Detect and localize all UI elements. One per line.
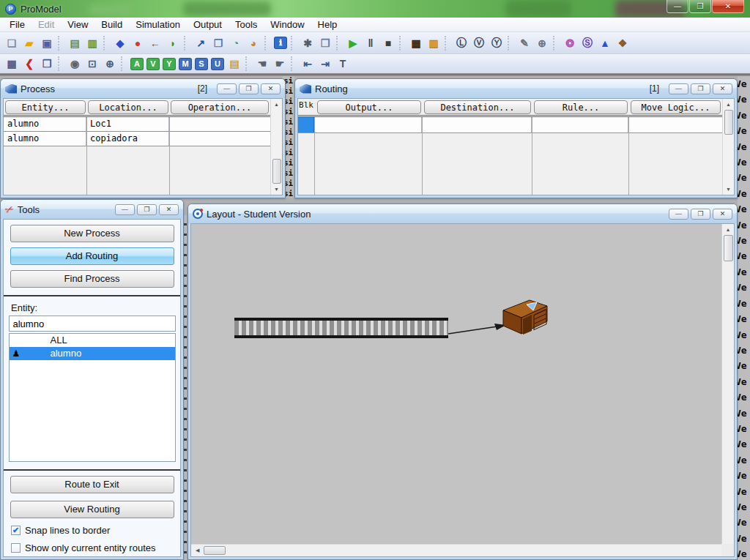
move-logic-column-button[interactable]: Move Logic... [631,100,721,114]
view-statistics-icon[interactable]: ▥ [426,35,442,51]
new-model-icon[interactable]: ❏ [4,35,20,51]
minimize-button[interactable]: — [667,0,688,13]
arrivals-icon[interactable]: ❐ [210,35,226,51]
pan-hand-right-icon[interactable]: ☛ [272,56,288,72]
distributions-u-icon[interactable]: U [211,58,224,70]
menu-output[interactable]: Output [187,18,229,31]
print-preview-icon[interactable]: ⊡ [84,56,100,72]
scroll-left-icon[interactable]: ◀ [191,548,204,553]
routing-maximize-button[interactable]: ❐ [691,83,710,94]
conveyor-location-graphic[interactable] [234,318,448,338]
menu-simulation[interactable]: Simulation [129,18,187,31]
location-column-button[interactable]: Location... [88,100,168,114]
navigate-window-icon[interactable]: ❒ [39,56,55,72]
variables-v-icon[interactable]: V [146,58,160,70]
shift-files-icon[interactable]: ◕ [245,35,261,51]
menu-tools[interactable]: Tools [229,18,264,31]
process-scrollbar[interactable]: ▲ ▼ [270,99,282,195]
process-table-row[interactable]: alumno copiadora [4,132,270,146]
scroll-down-icon[interactable]: ▼ [726,184,731,195]
routing-close-button[interactable]: ✕ [713,83,732,94]
graphics-editor-icon[interactable]: ❂ [562,35,578,51]
scenarios-icon[interactable]: ❒ [317,35,333,51]
find-graphic-icon[interactable]: ⊕ [534,35,550,51]
text-tool-icon[interactable]: T [335,56,351,72]
snap-lines-checkbox-row[interactable]: ✔ Snap lines to border [11,525,180,536]
menu-help[interactable]: Help [311,18,344,31]
view-routing-button[interactable]: View Routing [10,501,174,518]
process-minimize-button[interactable]: — [217,83,237,94]
scroll-thumb[interactable] [724,235,733,261]
routing-cell-rule[interactable] [532,117,628,132]
layout-canvas[interactable] [191,224,721,544]
state-counter-icon[interactable]: Ⓨ [489,35,505,51]
subroutines-s-icon[interactable]: S [195,58,208,70]
run-simulation-icon[interactable]: ▶ [345,35,361,51]
entity-list[interactable]: ALL ♟alumno [9,333,176,462]
routing-cell-move-logic[interactable] [628,117,722,132]
insert-record-icon[interactable]: ⇤ [300,56,316,72]
make-avi-icon[interactable]: ◉ [67,56,83,72]
entity-column-button[interactable]: Entity... [5,100,86,114]
layout-vertical-scrollbar[interactable]: ▲ [721,224,734,544]
edit-tables-icon[interactable]: ▦ [4,56,20,72]
background-editor-icon[interactable]: Ⓢ [579,35,595,51]
routing-minimize-button[interactable]: — [669,83,688,94]
edit-graphic-icon[interactable]: ✎ [516,35,532,51]
path-networks-icon[interactable]: ← [147,35,163,51]
process-cell-location[interactable]: Loc1 [86,117,169,131]
scroll-down-icon[interactable]: ▼ [274,184,279,195]
process-cell-operation[interactable] [169,132,270,146]
move-record-icon[interactable]: ⇥ [317,56,333,72]
add-routing-button[interactable]: Add Routing [10,247,174,265]
locations-icon[interactable]: ◆ [112,35,128,51]
routing-table-row[interactable] [298,117,722,133]
menu-build[interactable]: Build [94,18,129,31]
route-to-exit-button[interactable]: Route to Exit [10,476,174,493]
simulation-options-icon[interactable]: ✱ [300,35,316,51]
scroll-up-icon[interactable]: ▲ [726,99,731,110]
menu-file[interactable]: File [3,18,31,31]
open-model-icon[interactable]: ▰ [21,35,37,51]
save-submodel-icon[interactable]: ▥ [84,35,100,51]
layout-window-titlebar[interactable]: Layout - Student Version — ❐ ✕ [188,204,737,223]
zoom-tool-icon[interactable]: ⊕ [102,56,118,72]
layout-horizontal-scrollbar[interactable]: ◀ [191,544,721,556]
scroll-thumb[interactable] [272,159,281,184]
cad-import-icon[interactable]: ▲ [597,35,613,51]
notes-book-icon[interactable]: ▤ [226,56,242,72]
process-cell-entity[interactable]: alumno [4,117,86,131]
entity-list-item-alumno[interactable]: ♟alumno [10,347,175,360]
attributes-clock-icon[interactable]: ◔ [228,35,244,51]
pan-hand-left-icon[interactable]: ☚ [254,56,270,72]
tools-close-button[interactable]: ✕ [159,204,179,215]
route-path-icon[interactable]: ❮ [21,56,37,72]
location-counter-icon[interactable]: Ⓛ [453,35,469,51]
general-info-icon[interactable]: ℹ [274,37,287,49]
merge-model-icon[interactable]: ▤ [67,35,83,51]
new-process-button[interactable]: New Process [10,225,174,242]
desk-location-graphic[interactable] [502,299,549,343]
routing-window-titlebar[interactable]: Routing [1] — ❐ ✕ [295,79,737,98]
entity-list-item-all[interactable]: ALL [10,334,175,347]
scroll-up-icon[interactable]: ▲ [274,99,279,110]
paint-tools-icon[interactable]: ❖ [615,35,631,51]
entities-icon[interactable]: ● [130,35,146,51]
menu-view[interactable]: View [61,18,94,31]
process-cell-operation[interactable] [169,117,270,131]
layout-close-button[interactable]: ✕ [713,209,732,220]
stop-simulation-icon[interactable]: ■ [380,35,396,51]
operation-column-button[interactable]: Operation... [171,100,269,114]
menu-window[interactable]: Window [264,18,311,31]
snap-lines-checkbox[interactable]: ✔ [11,526,21,535]
destination-column-button[interactable]: Destination... [424,100,531,114]
process-maximize-button[interactable]: ❐ [239,83,259,94]
output-column-button[interactable]: Output... [317,100,421,114]
process-close-button[interactable]: ✕ [261,83,281,94]
find-process-button[interactable]: Find Process [10,270,174,288]
rule-column-button[interactable]: Rule... [534,100,628,114]
attributes-a-icon[interactable]: A [130,58,144,70]
process-cell-entity[interactable]: alumno [4,132,86,146]
processing-icon[interactable]: ↗ [193,35,209,51]
process-window-titlebar[interactable]: Process [2] — ❐ ✕ [1,79,285,98]
